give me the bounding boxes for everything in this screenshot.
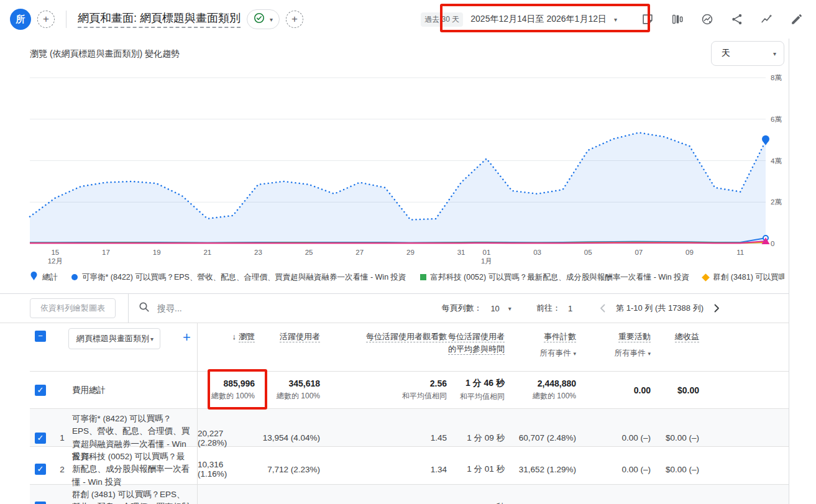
row-metric-value: 20,227 (2.28%) <box>198 429 255 447</box>
date-range-text: 2025年12月14日至 2026年1月12日 <box>470 14 607 25</box>
column-header-label[interactable]: 瀏覽 <box>239 332 255 341</box>
totals-cell: $0.00 <box>651 372 699 408</box>
header-action-icons <box>641 12 804 26</box>
row-metric-value: 7,712 (2.23%) <box>267 465 320 474</box>
totals-cell: 885,996總數的 100% <box>198 372 255 408</box>
row-metric-cell: 1.47 <box>320 485 447 504</box>
intelligence-icon[interactable] <box>760 12 774 26</box>
legend-item: 群創 (3481) 可以買嗎？EPS、營收、配 <box>703 272 784 283</box>
report-content: 瀏覽 (依網頁標題與畫面類別) 變化趨勢 天 ▾ 02萬4萬6萬8萬1512月1… <box>0 39 789 504</box>
row-metric-value: 60,707 (2.48%) <box>519 433 576 442</box>
column-filter[interactable]: 所有事件▾ <box>576 347 651 359</box>
pagination: 每頁列數： 10 ▾ 前往： 1 第 1-10 列 (共 17388 列) <box>441 303 789 314</box>
x-axis-tick: 25 <box>305 249 313 256</box>
add-dimension-button[interactable]: + <box>183 328 191 347</box>
next-page-icon[interactable] <box>711 303 722 314</box>
header-divider <box>66 11 66 28</box>
legend-label: 富邦科技 (0052) 可以買嗎？最新配息、成分股與報酬率一次看懂 - Win … <box>431 272 690 283</box>
row-checkbox[interactable]: ✓ <box>35 502 46 504</box>
sort-desc-icon: ↓ <box>232 331 237 343</box>
table-row: ✓2富邦科技 (0052) 可以買嗎？最新配息、成分股與報酬率一次看懂 - Wi… <box>30 447 789 485</box>
share-icon[interactable] <box>730 12 744 26</box>
comparison-icon[interactable] <box>671 12 684 26</box>
search-icon <box>139 301 150 315</box>
x-axis-month-label: 1月 <box>481 257 492 265</box>
row-metric-value: 1 分 09 秒 <box>467 433 505 444</box>
rows-per-page-value[interactable]: 10 <box>490 304 499 313</box>
square-icon <box>420 274 426 280</box>
row-metric-value: 1.45 <box>431 433 447 442</box>
column-filter[interactable]: 所有事件▾ <box>505 347 576 359</box>
circle-icon <box>71 274 78 280</box>
legend-label: 總計 <box>42 272 58 283</box>
edit-icon[interactable] <box>790 12 804 26</box>
x-axis-tick: 27 <box>355 249 364 256</box>
prev-page-icon[interactable] <box>597 303 608 314</box>
legend-label: 可寧衛* (8422) 可以買嗎？EPS、營收、配息、合理價、買賣超與融資融券一… <box>82 272 406 283</box>
add-comparison-button[interactable]: + <box>37 11 55 28</box>
y-axis-tick: 0 <box>771 240 774 247</box>
column-header-label[interactable]: 每位活躍使用者的平均參與時間 <box>448 332 505 354</box>
row-page-title: 群創 (3481) 可以買嗎？EPS、營收、配息、合理價、買賣超與融資 <box>70 485 198 504</box>
goto-value[interactable]: 1 <box>568 304 572 313</box>
legend-label: 群創 (3481) 可以買嗎？EPS、營收、配 <box>713 272 784 283</box>
x-axis-tick: 05 <box>584 249 592 256</box>
row-metric-value: $0.00 (–) <box>666 465 699 474</box>
totals-value: 885,996 <box>223 378 255 388</box>
row-metric-cell: 9,440 (1.07%) <box>198 485 255 504</box>
row-metric-cell: 6,430 (1.86%) <box>255 485 320 504</box>
row-metric-cell: 55 秒 <box>447 485 505 504</box>
row-checkbox[interactable]: ✓ <box>35 464 46 475</box>
diamond-icon <box>702 273 710 282</box>
dimension-select[interactable]: 網頁標題與畫面類別 ▾ <box>68 328 160 349</box>
x-axis-tick: 19 <box>153 249 161 256</box>
column-header-label[interactable]: 活躍使用者 <box>280 332 320 341</box>
row-metric-value: 10,316 (1.16%) <box>198 460 255 479</box>
totals-value: 2.56 <box>430 378 447 388</box>
chevron-down-icon[interactable]: ▾ <box>508 305 511 312</box>
plot-rows-button[interactable]: 依資料列繪製圖表 <box>30 298 116 318</box>
note-icon[interactable] <box>641 12 654 26</box>
table-row: ✓1可寧衛* (8422) 可以買嗎？EPS、營收、配息、合理價、買賣超與融資融… <box>30 409 789 447</box>
table-totals-row: ✓ 費用總計 885,996總數的 100%345,618總數的 100%2.5… <box>30 372 789 409</box>
chevron-down-icon: ▾ <box>270 16 273 23</box>
row-checkbox[interactable]: ✓ <box>35 433 46 444</box>
date-range-selector[interactable]: 過去 30 天 2025年12月14日至 2026年1月12日 ▾ <box>418 9 620 30</box>
trend-chart-svg: 02萬4萬6萬8萬1512月1719212325272931011月030507… <box>0 39 789 293</box>
row-metric-value: 0.00 (–) <box>621 433 651 442</box>
dimension-select-value: 網頁標題與畫面類別 <box>76 333 149 344</box>
row-checkbox-cell: ✓ <box>30 485 55 504</box>
y-axis-tick: 8萬 <box>771 74 782 81</box>
y-axis-tick: 4萬 <box>771 157 782 165</box>
totals-subtext: 總數的 100% <box>277 391 320 401</box>
totals-checkbox[interactable]: ✓ <box>35 385 46 396</box>
row-metric-value: 55 秒 <box>485 502 505 504</box>
chevron-down-icon: ▾ <box>150 336 154 342</box>
report-header: 所 + 網頁和畫面: 網頁標題與畫面類別 ▾ + 過去 30 天 2025年12… <box>0 0 816 39</box>
totals-subtext: 總數的 100% <box>533 391 576 401</box>
y-axis-tick: 6萬 <box>771 116 782 123</box>
report-status-pill[interactable]: ▾ <box>247 9 280 29</box>
page-title[interactable]: 網頁和畫面: 網頁標題與畫面類別 <box>78 11 241 28</box>
column-header-label[interactable]: 每位活躍使用者觀看數 <box>366 332 447 341</box>
column-filter-label: 所有事件 <box>614 349 645 357</box>
totals-subtext: 總數的 100% <box>211 391 255 401</box>
row-metric-value: 31,652 (1.29%) <box>519 465 576 474</box>
insights-icon[interactable] <box>700 12 714 26</box>
account-avatar[interactable]: 所 <box>10 9 31 30</box>
x-axis-tick: 01 <box>482 249 490 256</box>
column-header-label[interactable]: 總收益 <box>675 332 699 341</box>
totals-cell: 1 分 46 秒和平均值相同 <box>447 372 505 408</box>
table-body: ✓1可寧衛* (8422) 可以買嗎？EPS、營收、配息、合理價、買賣超與融資融… <box>0 409 789 504</box>
totals-value: 2,448,880 <box>538 378 576 388</box>
totals-value: 0.00 <box>634 385 651 395</box>
plus-icon: + <box>43 13 49 25</box>
select-all-checkbox[interactable]: − <box>35 331 46 342</box>
totals-subtext: 和平均值相同 <box>460 392 505 402</box>
column-header-label[interactable]: 重要活動 <box>618 332 651 341</box>
add-report-button[interactable]: + <box>286 11 303 28</box>
column-header-label[interactable]: 事件計數 <box>544 332 576 341</box>
search-input[interactable] <box>157 303 319 313</box>
column-header-瀏覽: ↓瀏覽 <box>198 323 255 371</box>
totals-cell: 2.56和平均值相同 <box>320 372 447 408</box>
